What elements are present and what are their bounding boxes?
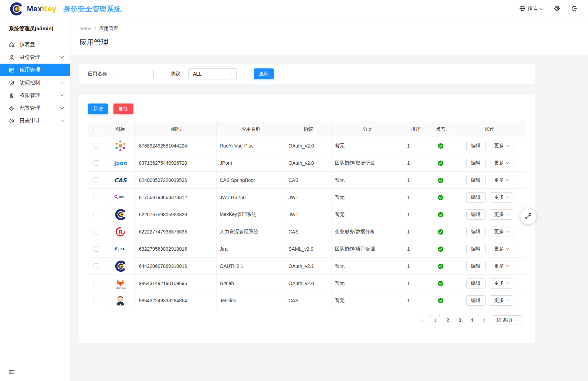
row-checkbox[interactable] — [94, 281, 99, 286]
svg-text:Jpom: Jpom — [114, 160, 127, 166]
more-button[interactable]: 更多 — [490, 192, 513, 203]
jwt-app-icon: JWT — [113, 190, 127, 204]
page-button-4[interactable]: 4 — [467, 315, 476, 325]
app-name-input[interactable] — [115, 69, 154, 79]
chevron-down-icon — [61, 119, 64, 122]
app-status — [428, 137, 453, 154]
apps-table: 图标编码应用名称协议分类排序状态操作 876892492581044224Ruo… — [88, 121, 526, 309]
edit-button[interactable]: 编辑 — [466, 209, 486, 220]
breadcrumb: home / 应用管理 — [79, 25, 579, 32]
cas-app-icon: CAS — [113, 173, 127, 187]
maxkey-app-icon — [113, 208, 127, 221]
app-code: 876892492581044224 — [136, 137, 217, 154]
sidebar-item-dashboard[interactable]: 仪表盘 — [0, 38, 70, 51]
more-button[interactable]: 更多 — [490, 278, 513, 289]
more-button[interactable]: 更多 — [490, 209, 513, 220]
row-checkbox[interactable] — [94, 298, 99, 303]
sidebar-item-apps[interactable]: 应用管理 — [0, 64, 70, 76]
sidebar-item-audit[interactable]: 日志审计 — [0, 115, 70, 127]
floating-tools-button[interactable] — [520, 208, 536, 224]
app-category: 暂无 — [332, 189, 404, 206]
edit-button[interactable]: 编辑 — [466, 141, 486, 151]
app-protocol: OAuth_v2.1 — [285, 258, 332, 275]
language-switcher[interactable]: 语言 — [519, 5, 543, 13]
badge-icon — [9, 92, 15, 99]
edit-button[interactable]: 编辑 — [466, 158, 486, 168]
edit-button[interactable]: 编辑 — [466, 261, 486, 271]
sidebar-item-identity[interactable]: 身份管理 — [0, 51, 70, 64]
page-size-select[interactable]: 10 条/页 — [493, 315, 522, 325]
app-category: 暂无 — [332, 206, 404, 223]
chevron-down-icon — [61, 80, 64, 84]
app-code: 632279563832918016 — [136, 240, 217, 258]
more-button[interactable]: 更多 — [490, 227, 513, 237]
edit-button[interactable]: 编辑 — [466, 175, 486, 185]
next-page-button[interactable] — [479, 315, 488, 325]
app-protocol: CAS — [285, 292, 332, 309]
more-button[interactable]: 更多 — [490, 175, 513, 185]
chevron-down-icon — [506, 195, 509, 198]
chevron-down-icon — [506, 213, 509, 215]
chevron-down-icon — [61, 93, 64, 97]
more-button[interactable]: 更多 — [490, 244, 513, 254]
table-row: 986432249333284864JenkinsCAS暂无1编辑更多 — [88, 292, 526, 309]
protocol-select[interactable]: ALL — [188, 68, 237, 79]
row-checkbox[interactable] — [94, 263, 99, 269]
row-checkbox[interactable] — [94, 229, 99, 235]
chevron-down-icon — [540, 7, 544, 10]
shield-check-icon — [9, 80, 15, 86]
more-button[interactable]: 更多 — [490, 261, 513, 271]
breadcrumb-home-link[interactable]: home — [79, 26, 91, 31]
jenkins-app-icon — [113, 294, 127, 307]
delete-button[interactable]: 删除 — [113, 104, 133, 114]
column-header: 分类 — [332, 121, 404, 137]
collapse-sidebar-button[interactable] — [8, 369, 15, 375]
app-status — [428, 292, 453, 309]
app-status — [428, 206, 453, 223]
app-name: JWT HS256 — [217, 189, 285, 206]
edit-button[interactable]: 编辑 — [466, 278, 486, 289]
app-status — [428, 240, 453, 258]
settings-button[interactable] — [553, 5, 560, 13]
sidebar-item-permission[interactable]: 权限管理 — [0, 89, 70, 102]
more-button[interactable]: 更多 — [490, 158, 513, 168]
page-button-1[interactable]: 1 — [430, 315, 440, 325]
app-sort: 1 — [404, 154, 428, 172]
page-button-2[interactable]: 2 — [443, 315, 452, 325]
column-header: 操作 — [453, 121, 526, 137]
row-checkbox[interactable] — [94, 212, 99, 217]
status-enabled-icon — [438, 263, 444, 269]
pagination: 1234 10 条/页 — [88, 315, 526, 325]
row-checkbox[interactable] — [94, 177, 99, 183]
table-row: CAS824008507220033536CAS SpringBootCAS暂无… — [88, 172, 526, 189]
status-enabled-icon — [438, 298, 444, 304]
app-sort: 1 — [404, 275, 428, 292]
search-button[interactable]: 查询 — [254, 68, 274, 79]
row-actions: 编辑更多 — [453, 137, 526, 154]
logout-button[interactable] — [571, 5, 578, 13]
sidebar-item-access[interactable]: 访问控制 — [0, 76, 70, 89]
edit-button[interactable]: 编辑 — [466, 192, 486, 203]
column-header: 应用名称 — [217, 121, 285, 137]
edit-button[interactable]: 编辑 — [466, 295, 486, 306]
main-content: home / 应用管理 应用管理 应用名称： 协议： ALL 查询 新增 删除 — [70, 18, 588, 381]
menu-fold-icon — [8, 369, 15, 375]
select-all-checkbox[interactable] — [94, 127, 99, 132]
more-button[interactable]: 更多 — [490, 295, 513, 306]
edit-button[interactable]: 编辑 — [466, 244, 486, 254]
row-checkbox[interactable] — [94, 143, 99, 149]
edit-button[interactable]: 编辑 — [466, 227, 486, 237]
sidebar-item-config[interactable]: 配置管理 — [0, 102, 70, 115]
add-button[interactable]: 新增 — [88, 104, 108, 114]
row-checkbox[interactable] — [94, 246, 99, 252]
row-checkbox[interactable] — [94, 160, 99, 166]
jira-app-icon: JIRA — [113, 242, 127, 256]
row-actions: 编辑更多 — [453, 154, 526, 172]
row-checkbox[interactable] — [94, 195, 99, 200]
more-button[interactable]: 更多 — [490, 141, 513, 151]
app-name: 人力资源管理系统 — [217, 223, 285, 240]
page-button-3[interactable]: 3 — [455, 315, 464, 325]
prev-page-button[interactable] — [418, 315, 427, 325]
gear-icon — [553, 5, 560, 13]
chevron-down-icon — [516, 318, 519, 321]
